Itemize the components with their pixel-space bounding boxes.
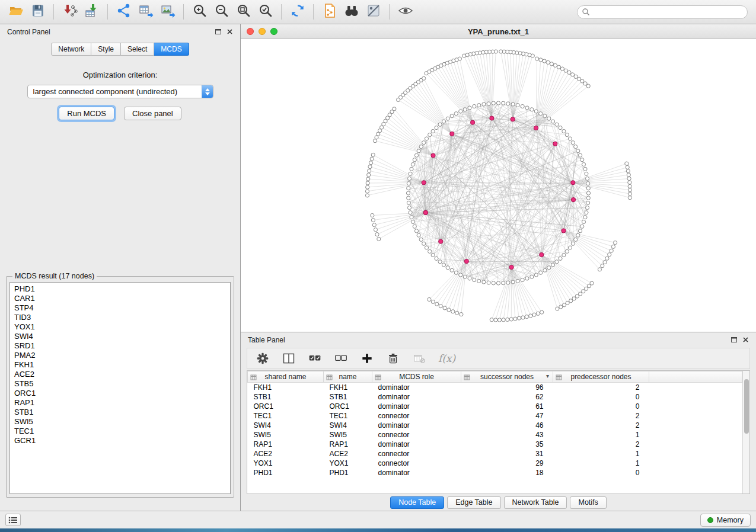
mcds-result-list[interactable]: PHD1CAR1STP4TID3YOX1SWI4SRD1PMA2FKH1ACE2… bbox=[9, 282, 231, 494]
mcds-result-item[interactable]: ACE2 bbox=[14, 370, 226, 379]
mcds-result-item[interactable]: YOX1 bbox=[14, 322, 226, 332]
mcds-result-item[interactable]: PHD1 bbox=[14, 284, 226, 294]
close-window-button[interactable] bbox=[247, 28, 254, 35]
add-column-icon[interactable] bbox=[360, 351, 374, 366]
table-row[interactable]: FKH1FKH1dominator962 bbox=[248, 383, 742, 392]
tab-edge-table[interactable]: Edge Table bbox=[447, 496, 500, 509]
cell-predecessors: 2 bbox=[553, 421, 649, 430]
export-image-button[interactable] bbox=[157, 2, 178, 22]
cell-filler bbox=[649, 468, 742, 477]
mcds-result-item[interactable]: SRD1 bbox=[14, 341, 226, 351]
maximize-window-button[interactable] bbox=[270, 28, 277, 35]
network-window-titlebar[interactable]: YPA_prune.txt_1 bbox=[241, 24, 756, 39]
mcds-result-item[interactable]: SWI4 bbox=[14, 332, 226, 341]
close-panel-icon[interactable] bbox=[742, 336, 749, 343]
mcds-result-item[interactable]: CAR1 bbox=[14, 294, 226, 303]
memory-button[interactable]: Memory bbox=[700, 514, 751, 527]
save-session-button[interactable] bbox=[27, 2, 49, 22]
table-row[interactable]: TEC1TEC1connector472 bbox=[248, 411, 742, 421]
table-options-gear-icon[interactable] bbox=[256, 351, 270, 366]
table-row[interactable]: YOX1YOX1connector291 bbox=[248, 459, 742, 468]
show-hide-button[interactable] bbox=[394, 2, 416, 22]
cell-name: ACE2 bbox=[324, 449, 372, 459]
float-panel-icon[interactable] bbox=[215, 28, 221, 35]
table-row[interactable]: STB1STB1dominator620 bbox=[248, 392, 742, 402]
cell-predecessors: 0 bbox=[553, 402, 649, 411]
mcds-result-item[interactable]: STB5 bbox=[14, 379, 226, 389]
column-header-name[interactable]: name bbox=[324, 371, 372, 383]
mcds-result-item[interactable]: SWI5 bbox=[14, 417, 226, 427]
open-session-button[interactable] bbox=[5, 2, 27, 22]
cell-filler bbox=[649, 392, 742, 402]
zoom-in-button[interactable] bbox=[189, 2, 210, 22]
scrollbar-thumb[interactable] bbox=[744, 379, 749, 434]
cell-successors: 46 bbox=[461, 421, 553, 430]
tab-network-table[interactable]: Network Table bbox=[504, 496, 567, 509]
mcds-result-item[interactable]: TEC1 bbox=[14, 427, 226, 436]
mcds-result-item[interactable]: STP4 bbox=[14, 303, 226, 313]
zoom-out-button[interactable] bbox=[210, 2, 232, 22]
optimization-criterion-select[interactable]: largest connected component (undirected) bbox=[27, 85, 213, 98]
mcds-result-item[interactable]: RAP1 bbox=[14, 398, 226, 408]
mcds-result-item[interactable]: PMA2 bbox=[14, 351, 226, 360]
mcds-result-title: MCDS result (17 nodes) bbox=[12, 272, 97, 280]
column-header-successor-nodes[interactable]: successor nodes▾ bbox=[461, 371, 553, 383]
binoculars-icon bbox=[344, 3, 359, 21]
table-row[interactable]: ORC1ORC1dominator610 bbox=[248, 402, 742, 411]
export-network-button[interactable] bbox=[113, 2, 135, 22]
run-mcds-button[interactable]: Run MCDS bbox=[59, 107, 114, 120]
tab-node-table[interactable]: Node Table bbox=[390, 496, 444, 509]
toolbar-divider bbox=[107, 4, 108, 20]
network-canvas[interactable] bbox=[241, 39, 756, 332]
table-row[interactable]: RAP1RAP1dominator352 bbox=[248, 440, 742, 449]
mcds-result-item[interactable]: TID3 bbox=[14, 313, 226, 322]
zoom-fit-button[interactable] bbox=[232, 2, 254, 22]
minimize-window-button[interactable] bbox=[259, 28, 266, 35]
close-panel-icon[interactable] bbox=[227, 28, 233, 35]
cell-filler bbox=[649, 411, 742, 421]
tab-network[interactable]: Network bbox=[51, 43, 91, 56]
mcds-result-item[interactable]: STB1 bbox=[14, 408, 226, 417]
import-table-icon bbox=[84, 3, 100, 21]
mcds-result-item[interactable]: GCR1 bbox=[14, 436, 226, 446]
tab-mcds[interactable]: MCDS bbox=[154, 43, 189, 56]
cell-successors: 61 bbox=[461, 402, 553, 411]
refresh-view-button[interactable] bbox=[286, 2, 308, 22]
import-network-button[interactable] bbox=[59, 2, 81, 22]
float-panel-icon[interactable] bbox=[731, 336, 737, 343]
table-row[interactable]: PHD1PHD1dominator180 bbox=[248, 468, 742, 477]
tab-select[interactable]: Select bbox=[121, 43, 154, 56]
show-columns-icon[interactable] bbox=[282, 351, 296, 366]
deselect-all-rows-icon[interactable] bbox=[334, 351, 348, 366]
mcds-result-item[interactable]: FKH1 bbox=[14, 360, 226, 370]
column-header-MCDS-role[interactable]: MCDS role bbox=[372, 371, 461, 383]
search-input[interactable] bbox=[577, 5, 748, 19]
cell-name: PHD1 bbox=[324, 468, 372, 477]
task-history-button[interactable] bbox=[5, 514, 21, 526]
close-panel-button[interactable]: Close panel bbox=[124, 107, 181, 120]
column-header-shared-name[interactable]: shared name bbox=[248, 371, 324, 383]
node-table-container: shared namenameMCDS rolesuccessor nodes▾… bbox=[247, 370, 750, 494]
tab-motifs[interactable]: Motifs bbox=[570, 496, 606, 509]
column-menu-chevron-icon[interactable]: ▾ bbox=[546, 373, 549, 379]
cell-name: ORC1 bbox=[324, 402, 372, 411]
column-header-predecessor-nodes[interactable]: predecessor nodes bbox=[553, 371, 649, 383]
share-document-button[interactable] bbox=[318, 2, 340, 22]
cell-predecessors: 2 bbox=[553, 383, 649, 392]
delete-column-trash-icon[interactable] bbox=[386, 351, 400, 366]
export-table-button[interactable] bbox=[135, 2, 157, 22]
toggle-graphics-details-button[interactable] bbox=[362, 2, 384, 22]
table-row[interactable]: ACE2ACE2connector311 bbox=[248, 449, 742, 459]
table-toolbar: f(x) bbox=[247, 348, 750, 369]
find-neighbors-button[interactable] bbox=[340, 2, 362, 22]
import-network-icon bbox=[62, 3, 78, 21]
zoom-selected-button[interactable] bbox=[254, 2, 276, 22]
tab-style[interactable]: Style bbox=[91, 43, 121, 56]
table-row[interactable]: SWI5SWI5connector431 bbox=[248, 430, 742, 440]
mcds-result-item[interactable]: ORC1 bbox=[14, 389, 226, 398]
select-all-rows-icon[interactable] bbox=[308, 351, 322, 366]
table-scrollbar[interactable] bbox=[742, 371, 749, 493]
import-table-button[interactable] bbox=[81, 2, 103, 22]
memory-status-dot bbox=[707, 517, 713, 523]
table-row[interactable]: SWI4SWI4dominator462 bbox=[248, 421, 742, 430]
